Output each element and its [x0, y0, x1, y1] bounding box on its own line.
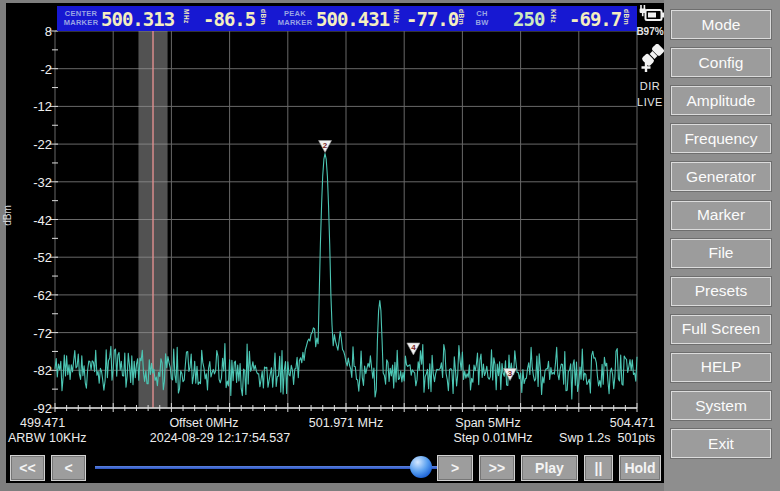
menu-button-generator[interactable]: Generator: [671, 162, 771, 191]
menu-button-frequency[interactable]: Frequency: [671, 124, 771, 153]
play-button[interactable]: Play: [521, 455, 578, 481]
svg-text:3: 3: [508, 369, 513, 378]
satellite-icon: [639, 44, 667, 74]
menu-button-file[interactable]: File: [671, 239, 771, 268]
y-axis-tick-label: -72: [8, 326, 52, 341]
y-axis-tick-label: -32: [8, 175, 52, 190]
channel-power-level-unit: dBm: [623, 9, 630, 25]
center-marker-label: CENTERMARKER: [62, 10, 100, 27]
svg-text:2: 2: [323, 141, 328, 150]
menu-button-help[interactable]: HELP: [671, 353, 771, 382]
rewind-button[interactable]: <<: [10, 455, 45, 481]
menu-button-amplitude[interactable]: Amplitude: [671, 86, 771, 115]
channel-bw-unit: KHz: [550, 9, 557, 23]
peak-marker-frequency: 500.431: [316, 8, 389, 30]
menu-button-full-screen[interactable]: Full Screen: [671, 315, 771, 344]
y-axis-unit-label: dBm: [2, 205, 13, 226]
frame-bottom: [0, 483, 666, 491]
center-marker-level-unit: dBm: [260, 9, 267, 25]
stop-frequency-label: 504.471: [585, 416, 655, 430]
y-axis-tick-label: -2: [8, 62, 52, 77]
y-axis-tick-label: 8: [8, 24, 52, 39]
center-marker-frequency: 500.313: [101, 8, 174, 30]
hold-button[interactable]: Hold: [619, 455, 661, 481]
menu-button-config[interactable]: Config: [671, 48, 771, 77]
menu-button-marker[interactable]: Marker: [671, 201, 771, 230]
spectrum-plot[interactable]: 243: [0, 0, 666, 450]
y-axis-tick-label: -92: [8, 401, 52, 416]
dir-status-label: DIR: [633, 80, 667, 92]
span-label: Span 5MHz: [428, 416, 548, 430]
menu-button-presets[interactable]: Presets: [671, 277, 771, 306]
live-status-label: LIVE: [633, 96, 667, 108]
channel-bw-value: 250: [513, 8, 544, 30]
peak-marker-level: -77.0: [406, 8, 458, 30]
channel-bw-label: CHBW: [470, 10, 494, 27]
step-forward-button[interactable]: >: [437, 455, 473, 481]
menu-panel: ModeConfigAmplitudeFrequencyGeneratorMar…: [664, 0, 780, 491]
battery-charging-icon: [638, 4, 666, 25]
position-slider-thumb[interactable]: [410, 456, 432, 478]
battery-percentage: B97%: [633, 26, 667, 37]
center-marker-level: -86.5: [203, 8, 255, 30]
position-slider-track[interactable]: [95, 466, 445, 469]
sweep-info-label: Swp 1.2s 501pts: [525, 431, 655, 445]
y-axis-tick-label: -22: [8, 137, 52, 152]
center-frequency-label: 501.971 MHz: [276, 416, 416, 430]
fast-forward-button[interactable]: >>: [479, 455, 515, 481]
rbw-label: ARBW 10KHz: [8, 431, 87, 445]
timestamp-label: 2024-08-29 12:17:54.537: [130, 431, 310, 445]
peak-marker-label: PEAKMARKER: [276, 10, 314, 27]
start-frequency-label: 499.471: [20, 416, 65, 430]
center-marker-frequency-unit: MHz: [183, 9, 190, 24]
step-back-button[interactable]: <: [51, 455, 86, 481]
y-axis-tick-label: -82: [8, 363, 52, 378]
menu-button-system[interactable]: System: [671, 391, 771, 420]
channel-power-level: -69.7: [569, 8, 621, 30]
peak-marker-frequency-unit: MHz: [393, 9, 400, 24]
menu-button-mode[interactable]: Mode: [671, 10, 771, 39]
marker-4: 4: [407, 343, 420, 355]
y-axis-tick-label: -42: [8, 213, 52, 228]
y-axis-tick-label: -52: [8, 250, 52, 265]
svg-text:4: 4: [411, 343, 416, 352]
pause-button[interactable]: ||: [584, 455, 613, 481]
marker-3: 3: [504, 369, 517, 381]
top-status-bar: CENTERMARKER 500.313 MHz -86.5 dBm PEAKM…: [57, 6, 637, 31]
offset-label: Offset 0MHz: [142, 416, 266, 430]
y-axis-tick-label: -12: [8, 99, 52, 114]
marker-2: 2: [319, 141, 332, 153]
y-axis-tick-label: -62: [8, 288, 52, 303]
menu-button-exit[interactable]: Exit: [671, 429, 771, 458]
peak-marker-level-unit: dBm: [458, 9, 465, 25]
